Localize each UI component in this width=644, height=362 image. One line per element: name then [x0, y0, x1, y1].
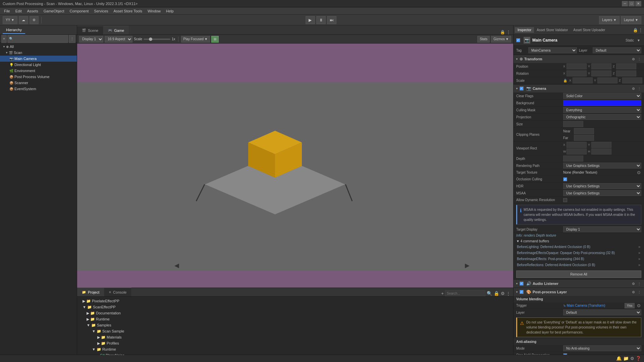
viewport-more-button[interactable]: ⋮	[506, 30, 511, 35]
pp-layer-select[interactable]: Default	[563, 309, 641, 315]
layers-dropdown[interactable]: Layers ▼	[599, 16, 620, 24]
cmd-item-1[interactable]: BeforeImageEffectsOpaque: Opaque Only Po…	[516, 250, 641, 256]
background-color-swatch[interactable]	[563, 100, 641, 106]
hdr-select[interactable]: Use Graphics Settings	[563, 183, 641, 189]
rendering-path-select[interactable]: Use Graphics Settings	[563, 163, 641, 169]
scale-track[interactable]	[144, 39, 170, 40]
layer-select[interactable]: Default	[593, 47, 641, 53]
cmd-item-2[interactable]: BeforeImageEffects: Post-processing (344…	[516, 256, 641, 262]
camera-settings-button[interactable]: ⚙	[631, 86, 636, 91]
layout-dropdown[interactable]: Layout ▼	[621, 16, 641, 24]
near-input[interactable]: 0.01	[574, 128, 594, 134]
inspector-tab[interactable]: Inspector	[515, 27, 534, 33]
object-static-dropdown[interactable]: ▼	[636, 38, 641, 43]
remove-all-button[interactable]: Remove All	[516, 270, 641, 278]
pp-layer-more-button[interactable]: ⋮	[637, 289, 642, 295]
project-search-input[interactable]	[445, 290, 485, 296]
project-lock-icon[interactable]: 🔒	[494, 291, 499, 296]
ft-item-samples[interactable]: ▼ 📁 Samples	[78, 322, 512, 328]
projection-select[interactable]: Orthographic	[563, 114, 641, 120]
cmd-item-0[interactable]: BeforeLighting: Deferred Ambient Occlusi…	[516, 244, 641, 250]
transform-more-button[interactable]: ⋮	[637, 56, 642, 62]
menu-services[interactable]: Services	[91, 8, 111, 14]
restore-button[interactable]: □	[629, 1, 635, 6]
ft-item-planenoise[interactable]: C# PlaneNoise	[78, 352, 512, 355]
hierarchy-item-main-camera[interactable]: 📷 Main Camera	[0, 56, 77, 62]
project-tab[interactable]: 📁 Project	[77, 288, 104, 296]
hierarchy-item-post-process[interactable]: 📦 Post Process Volume	[0, 74, 77, 80]
position-y-input[interactable]: 5.8	[591, 63, 611, 69]
ft-item-pixelate[interactable]: ▶ 📁 PixelateEffectPP	[78, 298, 512, 304]
status-help-button[interactable]: ❓	[636, 356, 641, 361]
rotation-x-input[interactable]: 24.683	[567, 70, 587, 76]
menu-assets[interactable]: Assets	[24, 8, 41, 14]
audio-listener-enable-checkbox[interactable]: ✓	[520, 282, 524, 286]
project-settings-icon[interactable]: ⚙	[501, 291, 505, 296]
menu-edit[interactable]: Edit	[13, 8, 24, 14]
tag-select[interactable]: MainCamera	[528, 47, 577, 53]
scene-tab[interactable]: 🎬 Scene	[77, 26, 103, 35]
target-display-select[interactable]: Display 1	[563, 226, 641, 232]
vr-y-input[interactable]: 0	[591, 142, 611, 148]
ft-item-runtime2[interactable]: ▼ 📁 Runtime	[78, 346, 512, 352]
pause-button[interactable]: ⏸	[316, 16, 326, 24]
trigger-this-button[interactable]: This	[625, 303, 635, 308]
hierarchy-item-event-system[interactable]: 📦 EventSystem	[0, 86, 77, 92]
trigger-pick-button[interactable]: ⊙	[636, 303, 641, 308]
position-z-input[interactable]: -3.116539	[616, 63, 636, 69]
hierarchy-more-button[interactable]: ⋮	[69, 35, 75, 43]
camera-enable-checkbox[interactable]: ✓	[520, 86, 524, 90]
scale-x-input[interactable]: 1	[573, 77, 593, 83]
menu-window[interactable]: Window	[145, 8, 163, 14]
step-button[interactable]: ⏭	[327, 16, 336, 24]
ft-item-scan-sample[interactable]: ▼ 📁 Scan Sample	[78, 328, 512, 334]
audio-listener-more-button[interactable]: ⋮	[637, 281, 642, 286]
console-tab[interactable]: ≡ Console	[104, 288, 131, 296]
tool-settings-button[interactable]: ⚙	[30, 16, 39, 24]
depth-input[interactable]: -1	[563, 156, 583, 162]
menu-asset-store-tools[interactable]: Asset Store Tools	[111, 8, 145, 14]
ft-item-scan-effect[interactable]: ▼ 📁 ScanEffectPP	[78, 304, 512, 310]
allow-dynamic-checkbox[interactable]	[563, 198, 567, 202]
hierarchy-tab[interactable]: Hierarchy	[3, 26, 25, 34]
hierarchy-item-scanner[interactable]: 📦 Scanner	[0, 80, 77, 86]
status-settings-button[interactable]: ⚙	[630, 356, 634, 361]
vr-x-input[interactable]: 0	[567, 142, 587, 148]
audio-listener-header[interactable]: ▼ ✓ 🔊 Audio Listener ⚙ ⋮	[514, 280, 644, 288]
scale-z-input[interactable]: 1	[622, 77, 642, 83]
menu-help[interactable]: Help	[163, 8, 176, 14]
aa-mode-select[interactable]: No Anti-aliasing	[563, 345, 641, 351]
rotation-y-input[interactable]: -43.557	[591, 70, 611, 76]
camera-more-button[interactable]: ⋮	[637, 86, 642, 91]
ft-item-materials[interactable]: ▶ 📁 Materials	[78, 334, 512, 340]
scale-y-input[interactable]: 1	[597, 77, 618, 83]
tool-transform-button[interactable]: YY ▼	[3, 16, 17, 24]
vr-w-input[interactable]: 1	[567, 148, 587, 155]
close-button[interactable]: ✕	[635, 1, 641, 6]
clear-flags-select[interactable]: Solid Color	[563, 93, 641, 99]
ft-item-documentation[interactable]: ▶ 📁 Documentation	[78, 310, 512, 316]
cmd-item-3[interactable]: BeforeReflections: Deferred Ambient Occl…	[516, 262, 641, 268]
rotation-z-input[interactable]: -0.002	[616, 70, 636, 76]
culling-mask-select[interactable]: Everything	[563, 107, 641, 113]
msaa-select[interactable]: Use Graphics Settings	[563, 190, 641, 196]
trigger-value[interactable]: ↳ Main Camera (Transform)	[563, 304, 623, 307]
ft-item-profiles[interactable]: ▶ 📁 Profiles	[78, 340, 512, 346]
hierarchy-item-environment[interactable]: 🌿 Environment	[0, 68, 77, 74]
game-aspect-select[interactable]: 16:9 Aspect	[105, 36, 132, 43]
play-focused-button[interactable]: Play Focused ▼	[181, 36, 210, 43]
project-add-button[interactable]: +	[441, 291, 444, 296]
camera-header[interactable]: ▼ ✓ 📷 Camera ⚙ ⋮	[514, 84, 644, 93]
game-display-select[interactable]: Display 1	[79, 36, 103, 43]
ft-item-runtime1[interactable]: ▶ 📁 Runtime	[78, 316, 512, 322]
size-input[interactable]: 5	[563, 121, 583, 127]
hierarchy-search-button[interactable]: 🔍	[7, 35, 68, 43]
menu-gameobject[interactable]: GameObject	[41, 8, 67, 14]
inspector-lock-button[interactable]: 🔒	[633, 28, 638, 33]
stop-nan-checkbox[interactable]: ✓	[563, 353, 567, 355]
post-process-layer-header[interactable]: ▼ ✓ 🎨 Post-process Layer ⚙ ⋮	[514, 288, 644, 296]
viewport-lock-button[interactable]: 🔒	[500, 30, 505, 35]
game-tab[interactable]: 🎮 Game	[103, 26, 129, 35]
target-texture-pick-button[interactable]: ⊙	[636, 170, 641, 175]
stats-button[interactable]: Stats	[477, 36, 490, 43]
